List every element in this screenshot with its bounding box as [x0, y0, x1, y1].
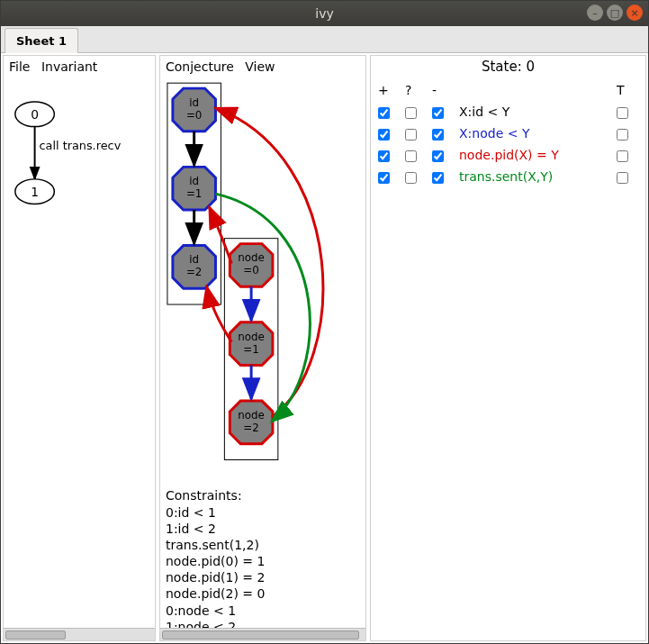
node-id-1-l2: =1: [186, 187, 203, 200]
constraint-line: 1:id < 2: [166, 521, 265, 537]
col-t: T: [617, 83, 638, 97]
node-id-2-l2: =2: [186, 266, 203, 278]
rel-plus-checkbox[interactable]: [378, 107, 390, 119]
rel-q-checkbox[interactable]: [405, 172, 417, 184]
rel-q-checkbox[interactable]: [405, 150, 417, 162]
rel-t-checkbox[interactable]: [617, 107, 628, 119]
node-node-2-l2: =2: [243, 422, 259, 434]
tab-label: Sheet 1: [16, 34, 67, 48]
menu-view[interactable]: View: [245, 59, 275, 74]
relation-label[interactable]: trans.sent(X,Y): [459, 169, 617, 184]
relation-label[interactable]: X:node < Y: [459, 126, 617, 141]
rel-t-checkbox[interactable]: [617, 129, 628, 141]
titlebar: ivy – □ ×: [1, 1, 648, 26]
menu-file[interactable]: File: [9, 59, 30, 74]
left-scrollbar[interactable]: [4, 628, 155, 640]
rel-plus-checkbox[interactable]: [378, 129, 390, 141]
node-id-1-l1: id: [189, 175, 199, 187]
constraint-line: trans.sent(1,2): [166, 537, 265, 553]
window-controls: – □ ×: [587, 5, 643, 21]
state-header: State: 0: [371, 56, 645, 77]
content-area: File Invariant 0 call trans.recv 1: [1, 53, 648, 643]
node-node-1-l2: =1: [243, 343, 259, 356]
relation-label[interactable]: X:id < Y: [459, 104, 617, 119]
trace-edge-label: call trans.recv: [40, 139, 122, 152]
constraint-line: node.pid(1) = 2: [166, 569, 265, 585]
mid-scrollbar[interactable]: [160, 628, 365, 640]
constraint-line: 0:node < 1: [166, 603, 265, 619]
mid-menubar: Conjecture View: [160, 56, 365, 77]
rel-plus-checkbox[interactable]: [378, 150, 390, 162]
node-id-2-l1: id: [189, 253, 199, 266]
relation-row: trans.sent(X,Y): [378, 166, 638, 187]
window-close-button[interactable]: ×: [626, 5, 643, 21]
relations-header: + ? - T: [378, 79, 638, 101]
mid-graph: id =0 id =1 id =2 node =0 no: [160, 77, 365, 640]
window-minimize-button[interactable]: –: [587, 5, 603, 21]
mid-pane: Conjecture View i: [159, 55, 366, 641]
trace-graph-svg: 0 call trans.recv 1: [4, 77, 155, 640]
constraints-heading: Constraints:: [166, 487, 265, 503]
rel-plus-checkbox[interactable]: [378, 172, 390, 184]
node-node-0-l2: =0: [243, 264, 259, 277]
tabstrip: Sheet 1: [1, 26, 648, 53]
rel-minus-checkbox[interactable]: [432, 150, 444, 162]
node-id-0-l2: =0: [186, 109, 203, 122]
window-maximize-button[interactable]: □: [607, 5, 623, 21]
relation-row: X:id < Y: [378, 101, 638, 122]
node-node-0-l1: node: [238, 251, 265, 264]
col-plus: +: [378, 83, 405, 97]
window-title: ivy: [315, 6, 333, 21]
constraint-line: node.pid(2) = 0: [166, 585, 265, 602]
rel-t-checkbox[interactable]: [617, 172, 628, 184]
relation-label[interactable]: node.pid(X) = Y: [459, 148, 617, 162]
relation-row: X:node < Y: [378, 122, 638, 144]
node-node-2-l1: node: [238, 409, 265, 422]
rel-minus-checkbox[interactable]: [432, 129, 444, 141]
constraint-line: node.pid(0) = 1: [166, 553, 265, 569]
edge-pid-1-2: [207, 286, 232, 341]
relation-row: node.pid(X) = Y: [378, 144, 638, 166]
node-node-1-l1: node: [238, 331, 265, 343]
left-graph: 0 call trans.recv 1: [4, 77, 155, 640]
col-q: ?: [405, 83, 432, 97]
left-pane: File Invariant 0 call trans.recv 1: [3, 55, 156, 641]
relations-table: + ? - T X:id < Y: [371, 77, 645, 189]
trace-node-1-label: 1: [31, 185, 39, 199]
constraints-block: Constraints: 0:id < 1 1:id < 2 trans.sen…: [166, 487, 265, 635]
rel-q-checkbox[interactable]: [405, 107, 417, 119]
rel-minus-checkbox[interactable]: [432, 107, 444, 119]
rel-minus-checkbox[interactable]: [432, 172, 444, 184]
rel-q-checkbox[interactable]: [405, 129, 417, 141]
menu-invariant[interactable]: Invariant: [41, 59, 97, 74]
constraint-line: 0:id < 1: [166, 504, 265, 521]
col-minus: -: [432, 83, 459, 97]
left-menubar: File Invariant: [4, 56, 155, 77]
rel-t-checkbox[interactable]: [617, 150, 628, 162]
node-id-0-l1: id: [189, 96, 199, 109]
edge-sent-1-2: [215, 194, 310, 422]
menu-conjecture[interactable]: Conjecture: [166, 59, 234, 74]
trace-node-0-label: 0: [31, 107, 39, 122]
right-pane: State: 0 + ? - T X:id < Y: [370, 55, 646, 641]
tab-sheet-1[interactable]: Sheet 1: [5, 28, 78, 53]
app-window: ivy – □ × Sheet 1 File Invariant: [0, 0, 649, 644]
